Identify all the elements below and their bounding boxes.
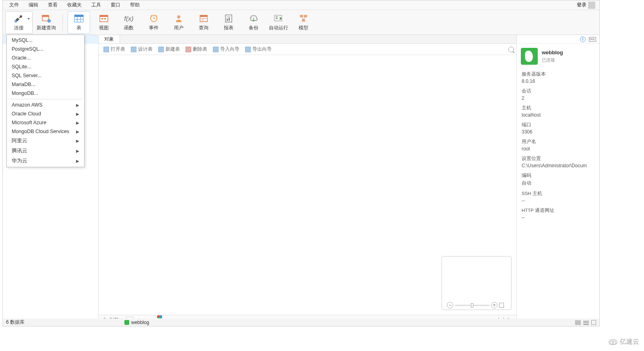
property-label: HTTP 通道网址 [522,207,594,213]
expand-icon[interactable] [499,303,504,308]
right-panel: i DDL webblog 已连接 服务器版本8.0.16会话2主机localh… [516,35,599,325]
new-icon [158,47,164,52]
dropdown-item[interactable]: SQL Server... [7,71,84,80]
login-area[interactable]: 登录 [577,2,598,9]
tab-object[interactable]: 对象 [99,35,120,43]
grid-view-icon[interactable] [575,320,581,325]
svg-text:f(x): f(x) [124,15,133,22]
body-row: 对象 打开表 设计表 新建表 删除表 导入向导 导出向导 − + [3,35,599,325]
avatar-icon [588,2,595,9]
menu-view[interactable]: 查看 [43,0,62,10]
property-item: 主机localhost [522,105,594,118]
user-label: 用户 [174,25,184,31]
query-icon [198,13,209,24]
open-table-button[interactable]: 打开表 [101,45,128,54]
property-value: 3306 [522,129,594,135]
plug-icon: + [14,13,24,24]
zoom-slider[interactable] [455,305,489,306]
ddl-icon[interactable]: DDL [589,37,596,42]
open-icon [103,47,109,52]
dropdown-item[interactable]: MariaDB... [7,80,84,89]
main-toolbar: + 连接 + 新建查询 表 视图 f(x) 函数 事件 用户 [3,10,599,35]
detail-view-icon[interactable] [591,320,596,325]
view-label: 视图 [99,25,109,31]
event-button[interactable]: 事件 [142,11,165,34]
function-button[interactable]: f(x) 函数 [118,11,140,34]
table-button[interactable]: 表 [68,11,90,34]
right-panel-header: i DDL [517,35,599,44]
dropdown-item[interactable]: MongoDB... [7,89,84,98]
connect-button[interactable]: + 连接 [5,11,33,34]
minimap[interactable]: − + [442,256,512,310]
db-count-label: 6 数据库 [6,319,25,326]
dropdown-item[interactable]: PostgreSQL... [7,45,84,53]
menu-file[interactable]: 文件 [4,0,24,10]
submenu-arrow-icon: ▶ [76,112,79,116]
submenu-arrow-icon: ▶ [76,149,79,153]
dropdown-item[interactable]: Oracle... [7,53,84,62]
menu-window[interactable]: 窗口 [106,0,125,10]
property-value: 自动 [522,180,594,187]
property-item: 服务器版本8.0.16 [522,71,594,84]
function-icon: f(x) [124,13,134,24]
property-label: 编码 [522,172,594,179]
menu-edit[interactable]: 编辑 [24,0,43,10]
dropdown-item-submenu[interactable]: Amazon AWS▶ [7,101,84,109]
export-wizard-button[interactable]: 导出向导 [243,45,274,54]
svg-text:+: + [15,20,17,23]
submenu-arrow-icon: ▶ [76,139,79,143]
import-wizard-button[interactable]: 导入向导 [211,45,242,54]
info-icon[interactable]: i [580,37,586,42]
dropdown-item-submenu[interactable]: Oracle Cloud▶ [7,109,84,118]
design-table-button[interactable]: 设计表 [128,45,155,54]
autorun-icon [273,13,284,24]
center-pane: 对象 打开表 设计表 新建表 删除表 导入向导 导出向导 − + [99,35,516,325]
dropdown-item-submenu[interactable]: MongoDB Cloud Services▶ [7,127,84,136]
list-view-icon[interactable] [583,320,589,325]
zoom-out-button[interactable]: − [447,302,453,308]
search-icon[interactable] [508,47,514,52]
model-button[interactable]: 模型 [292,11,315,34]
dropdown-item[interactable]: MySQL... [7,36,84,45]
canvas-area[interactable]: − + [99,55,516,315]
report-button[interactable]: 报表 [217,11,240,34]
watermark-icon [609,339,617,345]
dropdown-item-submenu[interactable]: Microsoft Azure▶ [7,118,84,127]
dropdown-item-submenu[interactable]: 阿里云▶ [7,136,84,146]
property-value: localhost [522,112,594,118]
submenu-arrow-icon: ▶ [76,103,79,107]
menu-tools[interactable]: 工具 [87,0,106,10]
export-icon [245,47,251,52]
mysql-dolphin-icon [521,48,538,65]
dropdown-item[interactable]: SQLite... [7,62,84,71]
property-list: 服务器版本8.0.16会话2主机localhost端口3306用户名root设置… [517,70,599,226]
menu-help[interactable]: 帮助 [125,0,144,10]
backup-button[interactable]: 备份 [242,11,265,34]
autorun-button[interactable]: 自动运行 [267,11,290,34]
separator [62,14,63,31]
query-button[interactable]: 查询 [192,11,215,34]
svg-rect-15 [101,18,103,19]
dropdown-arrow-icon [27,18,30,20]
dropdown-item-submenu[interactable]: 华为云▶ [7,156,84,166]
zoom-thumb[interactable] [471,303,473,308]
new-query-button[interactable]: + 新建查询 [35,11,58,34]
zoom-in-button[interactable]: + [491,302,497,308]
new-table-button[interactable]: 新建表 [156,45,182,54]
menu-favorites[interactable]: 收藏夹 [62,0,87,10]
query-plus-icon: + [41,13,52,24]
property-item: HTTP 通道网址-- [522,207,594,220]
property-item: 会话2 [522,88,594,101]
svg-rect-9 [74,15,83,17]
query-label: 查询 [199,25,208,31]
view-button[interactable]: 视图 [93,11,115,34]
dropdown-item-submenu[interactable]: 腾讯云▶ [7,146,84,156]
report-label: 报表 [224,25,233,31]
user-button[interactable]: 用户 [167,11,190,34]
delete-table-button[interactable]: 删除表 [183,45,210,54]
status-green-icon [124,320,129,325]
connection-dropdown: MySQL...PostgreSQL...Oracle...SQLite...S… [6,35,85,167]
svg-rect-30 [227,18,228,21]
property-label: SSH 主机 [522,191,594,197]
connect-label: 连接 [14,25,24,31]
